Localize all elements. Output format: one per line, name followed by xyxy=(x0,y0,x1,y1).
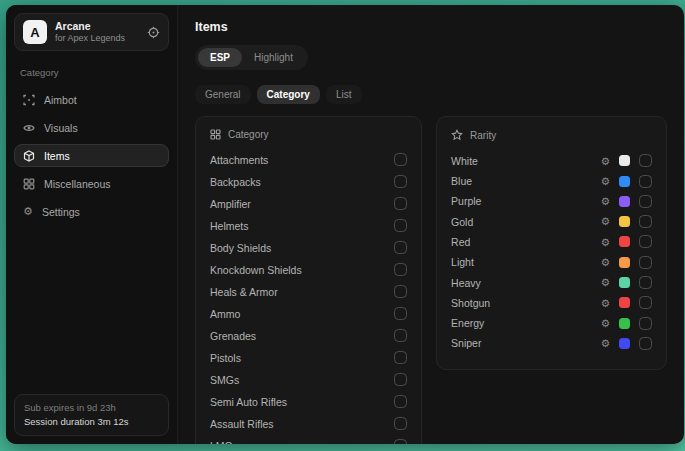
category-checkbox[interactable] xyxy=(394,307,407,320)
package-icon xyxy=(23,150,35,162)
tab-category[interactable]: Category xyxy=(257,85,320,104)
tab-list[interactable]: List xyxy=(326,85,362,104)
rarity-color-swatch[interactable] xyxy=(619,297,630,308)
category-row: Heals & Armor xyxy=(210,285,407,299)
category-label: Ammo xyxy=(210,308,240,320)
rarity-settings-gear-icon[interactable]: ⚙ xyxy=(601,298,610,309)
rarity-checkbox[interactable] xyxy=(639,317,652,330)
category-checkbox[interactable] xyxy=(394,153,407,166)
category-row: Attachments xyxy=(210,153,407,167)
rarity-settings-gear-icon[interactable]: ⚙ xyxy=(601,257,610,268)
rarity-checkbox[interactable] xyxy=(639,215,652,228)
category-list: Attachments Backpacks Amplifier Helmets … xyxy=(210,153,407,444)
category-row: SMGs xyxy=(210,373,407,387)
rarity-panel-title: Rarity xyxy=(470,130,496,141)
rarity-color-swatch[interactable] xyxy=(619,257,630,268)
rarity-settings-gear-icon[interactable]: ⚙ xyxy=(601,277,610,288)
rarity-color-swatch[interactable] xyxy=(619,176,630,187)
category-row: Ammo xyxy=(210,307,407,321)
star-icon xyxy=(451,129,463,141)
rarity-row: Purple ⚙ xyxy=(451,195,652,209)
category-checkbox[interactable] xyxy=(394,373,407,386)
app-window: A Arcane for Apex Legends Category xyxy=(6,5,684,444)
sidebar-item-label: Aimbot xyxy=(44,94,77,106)
main-content: Items ESP Highlight General Category Lis… xyxy=(178,5,684,444)
rarity-checkbox[interactable] xyxy=(639,276,652,289)
rarity-panel-header: Rarity xyxy=(451,129,652,141)
sidebar-section-label: Category xyxy=(20,67,165,78)
sidebar: A Arcane for Apex Legends Category xyxy=(6,5,178,444)
sidebar-nav: Aimbot Visuals Ite xyxy=(14,88,169,223)
rarity-checkbox[interactable] xyxy=(639,195,652,208)
category-row: Amplifier xyxy=(210,197,407,211)
rarity-settings-gear-icon[interactable]: ⚙ xyxy=(601,237,610,248)
rarity-row: Shotgun ⚙ xyxy=(451,296,652,310)
sidebar-item-aimbot[interactable]: Aimbot xyxy=(14,88,169,111)
rarity-label: Light xyxy=(451,256,474,268)
sidebar-item-label: Miscellaneous xyxy=(44,178,111,190)
category-checkbox[interactable] xyxy=(394,329,407,342)
category-row: Backpacks xyxy=(210,175,407,189)
rarity-row: White ⚙ xyxy=(451,154,652,168)
category-checkbox[interactable] xyxy=(394,439,407,444)
rarity-color-swatch[interactable] xyxy=(619,236,630,247)
session-duration-text: Session duration 3m 12s xyxy=(24,415,159,429)
tab-bar: General Category List xyxy=(195,85,667,104)
rarity-checkbox[interactable] xyxy=(639,175,652,188)
category-panel-title: Category xyxy=(228,129,269,140)
category-checkbox[interactable] xyxy=(394,395,407,408)
rarity-checkbox[interactable] xyxy=(639,154,652,167)
rarity-checkbox[interactable] xyxy=(639,296,652,309)
rarity-settings-gear-icon[interactable]: ⚙ xyxy=(601,318,610,329)
category-row: Body Shields xyxy=(210,241,407,255)
tab-general[interactable]: General xyxy=(195,85,251,104)
category-label: Knockdown Shields xyxy=(210,264,302,276)
rarity-row: Red ⚙ xyxy=(451,235,652,249)
rarity-row: Sniper ⚙ xyxy=(451,337,652,351)
sidebar-item-miscellaneous[interactable]: Miscellaneous xyxy=(14,172,169,195)
panels-row: Category Attachments Backpacks Amplifier… xyxy=(195,116,667,444)
grid-layout-icon xyxy=(23,178,35,190)
rarity-row: Blue ⚙ xyxy=(451,174,652,188)
rarity-settings-gear-icon[interactable]: ⚙ xyxy=(601,156,610,167)
rarity-color-swatch[interactable] xyxy=(619,338,630,349)
rarity-label: Red xyxy=(451,236,470,248)
category-row: Helmets xyxy=(210,219,407,233)
sidebar-item-label: Settings xyxy=(42,206,80,218)
category-checkbox[interactable] xyxy=(394,285,407,298)
category-checkbox[interactable] xyxy=(394,241,407,254)
rarity-settings-gear-icon[interactable]: ⚙ xyxy=(601,338,610,349)
rarity-color-swatch[interactable] xyxy=(619,196,630,207)
toggle-option-esp[interactable]: ESP xyxy=(198,48,242,67)
sub-expiry-text: Sub expires in 9d 23h xyxy=(24,401,159,415)
rarity-color-swatch[interactable] xyxy=(619,318,630,329)
category-row: Semi Auto Rifles xyxy=(210,395,407,409)
sidebar-item-items[interactable]: Items xyxy=(14,144,169,167)
rarity-checkbox[interactable] xyxy=(639,235,652,248)
rarity-checkbox[interactable] xyxy=(639,337,652,350)
rarity-row: Energy ⚙ xyxy=(451,316,652,330)
desktop-background: A Arcane for Apex Legends Category xyxy=(0,0,685,451)
category-checkbox[interactable] xyxy=(394,417,407,430)
rarity-settings-gear-icon[interactable]: ⚙ xyxy=(601,176,610,187)
rarity-label: Blue xyxy=(451,175,472,187)
sidebar-item-settings[interactable]: ⚙ Settings xyxy=(14,200,169,223)
category-checkbox[interactable] xyxy=(394,175,407,188)
eye-icon xyxy=(23,122,35,134)
toggle-option-highlight[interactable]: Highlight xyxy=(242,48,305,67)
rarity-color-swatch[interactable] xyxy=(619,155,630,166)
rarity-row: Heavy ⚙ xyxy=(451,276,652,290)
target-icon[interactable] xyxy=(147,26,160,39)
rarity-label: Heavy xyxy=(451,277,481,289)
category-checkbox[interactable] xyxy=(394,219,407,232)
rarity-label: White xyxy=(451,155,478,167)
rarity-settings-gear-icon[interactable]: ⚙ xyxy=(601,216,610,227)
category-checkbox[interactable] xyxy=(394,263,407,276)
category-checkbox[interactable] xyxy=(394,351,407,364)
sidebar-item-visuals[interactable]: Visuals xyxy=(14,116,169,139)
rarity-checkbox[interactable] xyxy=(639,256,652,269)
rarity-color-swatch[interactable] xyxy=(619,216,630,227)
rarity-color-swatch[interactable] xyxy=(619,277,630,288)
rarity-settings-gear-icon[interactable]: ⚙ xyxy=(601,196,610,207)
category-checkbox[interactable] xyxy=(394,197,407,210)
